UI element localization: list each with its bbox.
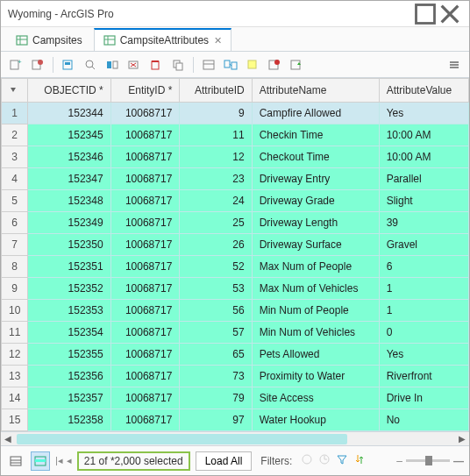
cell-entityid[interactable]: 10068717 (110, 190, 180, 212)
show-selected-records-button[interactable] (31, 451, 50, 471)
row-number[interactable]: 11 (2, 322, 28, 344)
scroll-track[interactable] (15, 432, 455, 445)
cell-attributename[interactable]: Campfire Allowed (252, 103, 379, 124)
cell-attributename[interactable]: Pets Allowed (252, 344, 379, 366)
row-number[interactable]: 12 (2, 344, 28, 366)
col-objectid[interactable]: OBJECTID * (28, 79, 110, 103)
table-row[interactable]: 51523481006871724Driveway GradeSlight (2, 190, 469, 212)
row-number[interactable]: 9 (2, 278, 28, 300)
zoom-in-icon[interactable]: — (453, 455, 464, 467)
horizontal-scrollbar[interactable]: ◀ ▶ (1, 431, 469, 445)
corner-cell[interactable] (2, 79, 28, 103)
show-all-button[interactable] (199, 55, 218, 75)
cell-objectid[interactable]: 152345 (28, 124, 110, 146)
col-attributevalue[interactable]: AttributeValue (379, 79, 468, 103)
table-row[interactable]: 81523511006871752Max Num of People6 (2, 256, 469, 278)
cell-objectid[interactable]: 152356 (28, 366, 110, 387)
sort-button[interactable] (287, 55, 306, 75)
tab-campsite-attributes[interactable]: CampsiteAttributes ✕ (94, 28, 231, 51)
cell-entityid[interactable]: 10068717 (110, 234, 180, 256)
cell-entityid[interactable]: 10068717 (110, 212, 180, 234)
cell-attributeid[interactable]: 26 (180, 234, 252, 256)
table-row[interactable]: 1152344100687179Campfire AllowedYes (2, 103, 469, 124)
cell-entityid[interactable]: 10068717 (110, 278, 180, 300)
cell-attributeid[interactable]: 97 (180, 409, 252, 431)
cell-entityid[interactable]: 10068717 (110, 146, 180, 168)
cell-attributeid[interactable]: 73 (180, 366, 252, 387)
table-row[interactable]: 121523551006871765Pets AllowedYes (2, 344, 469, 366)
cell-attributeid[interactable]: 65 (180, 344, 252, 366)
cell-attributename[interactable]: Min Num of Vehicles (252, 322, 379, 344)
row-number[interactable]: 6 (2, 212, 28, 234)
cell-attributeid[interactable]: 24 (180, 190, 252, 212)
filter-sort-icon[interactable] (353, 453, 366, 468)
zoom-slider[interactable]: – — (396, 455, 464, 467)
cell-entityid[interactable]: 10068717 (110, 300, 180, 322)
row-number[interactable]: 15 (2, 409, 28, 431)
cell-objectid[interactable]: 152353 (28, 300, 110, 322)
cell-objectid[interactable]: 152351 (28, 256, 110, 278)
cell-attributevalue[interactable]: Riverfront (379, 366, 468, 387)
cell-entityid[interactable]: 10068717 (110, 103, 180, 124)
cell-attributevalue[interactable]: Slight (379, 190, 468, 212)
clear-selection-button[interactable] (125, 55, 144, 75)
load-all-button[interactable]: Load All (196, 451, 253, 471)
cell-attributevalue[interactable]: 39 (379, 212, 468, 234)
row-number[interactable]: 10 (2, 300, 28, 322)
table-row[interactable]: 141523571006871779Site AccessDrive In (2, 387, 469, 409)
cell-attributeid[interactable]: 53 (180, 278, 252, 300)
table-row[interactable]: 91523521006871753Max Num of Vehicles1 (2, 278, 469, 300)
scroll-thumb[interactable] (17, 434, 347, 444)
col-entityid[interactable]: EntityID * (110, 79, 180, 103)
close-tab-icon[interactable]: ✕ (214, 35, 222, 46)
cell-attributevalue[interactable]: 10:00 AM (379, 124, 468, 146)
cell-objectid[interactable]: 152352 (28, 278, 110, 300)
cell-objectid[interactable]: 152357 (28, 387, 110, 409)
row-number[interactable]: 1 (2, 103, 28, 124)
cell-attributevalue[interactable]: Drive In (379, 387, 468, 409)
filter-extent-icon[interactable] (301, 453, 313, 468)
cell-entityid[interactable]: 10068717 (110, 344, 180, 366)
cell-attributevalue[interactable]: No (379, 409, 468, 431)
table-row[interactable]: 31523461006871712Checkout Time10:00 AM (2, 146, 469, 168)
cell-attributename[interactable]: Max Num of People (252, 256, 379, 278)
menu-button[interactable] (445, 55, 464, 75)
cell-entityid[interactable]: 10068717 (110, 256, 180, 278)
select-by-attr-button[interactable] (59, 55, 78, 75)
cell-attributeid[interactable]: 9 (180, 103, 252, 124)
cell-attributename[interactable]: Driveway Surface (252, 234, 379, 256)
row-number[interactable]: 13 (2, 366, 28, 387)
cell-objectid[interactable]: 152358 (28, 409, 110, 431)
cell-entityid[interactable]: 10068717 (110, 322, 180, 344)
table-row[interactable]: 151523581006871797Water HookupNo (2, 409, 469, 431)
window-maximize-icon[interactable] (413, 5, 438, 23)
filter-field-icon[interactable] (336, 453, 348, 468)
copy-selection-button[interactable] (168, 55, 188, 75)
cell-objectid[interactable]: 152349 (28, 212, 110, 234)
cell-attributeid[interactable]: 11 (180, 124, 252, 146)
table-row[interactable]: 21523451006871711Checkin Time10:00 AM (2, 124, 469, 146)
cell-attributevalue[interactable]: Gravel (379, 234, 468, 256)
cell-objectid[interactable]: 152355 (28, 344, 110, 366)
col-attributename[interactable]: AttributeName (252, 79, 379, 103)
cell-attributename[interactable]: Site Access (252, 387, 379, 409)
cell-objectid[interactable]: 152344 (28, 103, 110, 124)
cell-attributevalue[interactable]: Parallel (379, 168, 468, 190)
cell-entityid[interactable]: 10068717 (110, 366, 180, 387)
show-all-records-button[interactable] (6, 451, 25, 471)
cell-objectid[interactable]: 152346 (28, 146, 110, 168)
scroll-right-arrow[interactable]: ▶ (455, 432, 469, 445)
row-number[interactable]: 8 (2, 256, 28, 278)
cell-attributename[interactable]: Checkin Time (252, 124, 379, 146)
row-number[interactable]: 2 (2, 124, 28, 146)
cell-attributeid[interactable]: 23 (180, 168, 252, 190)
zoom-selection-button[interactable] (81, 55, 100, 75)
delete-selection-button[interactable] (146, 55, 166, 75)
cell-attributevalue[interactable]: 1 (379, 278, 468, 300)
table-viewport[interactable]: OBJECTID * EntityID * AttributeID Attrib… (1, 78, 469, 431)
field-add-button[interactable]: + (6, 55, 25, 75)
cell-attributeid[interactable]: 56 (180, 300, 252, 322)
scroll-left-arrow[interactable]: ◀ (1, 432, 15, 445)
cell-objectid[interactable]: 152347 (28, 168, 110, 190)
cell-attributevalue[interactable]: 0 (379, 322, 468, 344)
